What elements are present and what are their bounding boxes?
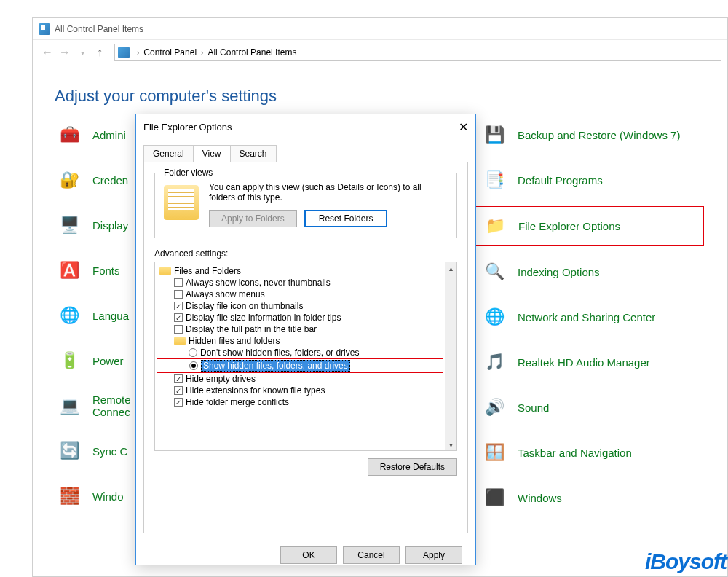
checkbox-icon — [174, 278, 183, 287]
tree-checkbox[interactable]: Display the full path in the title bar — [157, 323, 443, 335]
folder-icon — [159, 267, 171, 275]
window-title: All Control Panel Items — [55, 24, 143, 34]
back-button[interactable]: ← — [39, 44, 56, 61]
cp-item-label: Sync C — [92, 445, 127, 458]
cp-item-label: Creden — [92, 174, 128, 187]
up-button[interactable]: ↑ — [91, 44, 108, 61]
checkbox-icon — [174, 325, 183, 334]
cp-item-icon: 💾 — [480, 120, 509, 149]
control-panel-icon — [39, 23, 50, 35]
right-column: 💾Backup and Restore (Windows 7)📑Default … — [480, 120, 698, 512]
cp-item-icon: 🔍 — [480, 257, 509, 286]
address-bar[interactable]: › Control Panel › All Control Panel Item… — [114, 44, 721, 61]
cp-item-label: Windows — [518, 492, 562, 504]
cp-item-icon: ⬛ — [480, 483, 509, 512]
tree-folder-root: Files and Folders — [157, 265, 443, 277]
tree-list[interactable]: Files and Folders Always show icons, nev… — [155, 262, 445, 450]
cp-item[interactable]: 🌐Network and Sharing Center — [480, 302, 698, 331]
watermark: iBoysoft — [645, 549, 727, 574]
tree-checkbox[interactable]: ✓Display file size information in folder… — [157, 312, 443, 323]
cp-item-icon: 🌐 — [480, 302, 509, 331]
tab-view[interactable]: View — [193, 145, 231, 162]
cp-item[interactable]: 🔍Indexing Options — [480, 257, 698, 286]
advanced-settings-label: Advanced settings: — [154, 248, 457, 259]
tree-checkbox[interactable]: Always show menus — [157, 288, 443, 300]
checkbox-icon: ✓ — [174, 386, 183, 395]
cp-item-label: Windo — [92, 490, 124, 503]
tab-strip: General View Search — [136, 139, 475, 162]
cp-item-icon: 📑 — [480, 165, 509, 195]
cp-item[interactable]: 🎵Realtek HD Audio Manager — [480, 348, 698, 377]
checkbox-label: Display file size information in folder … — [186, 313, 341, 323]
restore-defaults-button[interactable]: Restore Defaults — [368, 458, 457, 476]
advanced-tree: Files and Folders Always show icons, nev… — [154, 262, 457, 451]
forward-button[interactable]: → — [56, 44, 74, 61]
radio-icon — [189, 361, 198, 370]
radio-label: Show hidden files, folders, and drives — [201, 360, 350, 372]
apply-button[interactable]: Apply — [405, 546, 462, 564]
cp-item-label: Indexing Options — [518, 266, 600, 278]
scroll-up-icon[interactable]: ▴ — [445, 262, 456, 274]
file-explorer-options-dialog: File Explorer Options ✕ General View Sea… — [135, 114, 476, 565]
dialog-title: File Explorer Options — [143, 122, 232, 133]
cp-item-icon: 🅰️ — [55, 256, 84, 285]
folder-views-desc: You can apply this view (such as Details… — [209, 182, 448, 227]
cp-item-label: File Explorer Options — [518, 220, 620, 232]
cp-item[interactable]: ⬛Windows — [480, 483, 698, 512]
folder-icon — [174, 337, 186, 345]
scrollbar[interactable]: ▴ ▾ — [445, 262, 456, 450]
cp-item-icon: 🔋 — [55, 346, 84, 375]
apply-to-folders-button[interactable]: Apply to Folders — [209, 210, 297, 227]
cp-item-icon: 🌐 — [55, 301, 84, 330]
hidden-group-label: Hidden files and folders — [189, 336, 280, 346]
recent-dropdown[interactable]: ▾ — [74, 44, 91, 61]
folder-icon — [164, 185, 199, 220]
breadcrumb-root[interactable]: Control Panel — [143, 47, 197, 58]
ok-button[interactable]: OK — [280, 546, 337, 564]
cp-item[interactable]: 💾Backup and Restore (Windows 7) — [480, 120, 698, 149]
cp-item-icon: 🧱 — [55, 482, 84, 511]
cp-item-label: Admini — [92, 129, 126, 141]
breadcrumb-current[interactable]: All Control Panel Items — [207, 47, 296, 58]
cp-item-label: Network and Sharing Center — [518, 311, 655, 323]
cp-item[interactable]: 🔊Sound — [480, 393, 698, 422]
reset-folders-button[interactable]: Reset Folders — [304, 210, 388, 227]
cp-item-icon: 💻 — [55, 391, 84, 420]
tree-folder-hidden: Hidden files and folders — [157, 335, 443, 347]
titlebar: All Control Panel Items — [33, 18, 727, 40]
cp-item[interactable]: 📑Default Programs — [480, 165, 698, 195]
checkbox-label: Hide empty drives — [186, 374, 256, 384]
cp-item-icon: 🔐 — [55, 165, 84, 195]
cp-item-icon: 🧰 — [55, 120, 84, 149]
close-icon[interactable]: ✕ — [459, 120, 468, 134]
tree-checkbox[interactable]: ✓Hide folder merge conflicts — [157, 396, 443, 408]
radio-show-hidden[interactable]: Show hidden files, folders, and drives — [157, 358, 443, 373]
tree-checkbox[interactable]: Always show icons, never thumbnails — [157, 277, 443, 288]
radio-icon — [189, 348, 197, 357]
scroll-down-icon[interactable]: ▾ — [445, 439, 456, 450]
chevron-right-icon: › — [201, 49, 203, 57]
checkbox-icon — [174, 290, 183, 299]
cp-item-label: Realtek HD Audio Manager — [518, 356, 650, 369]
cp-item[interactable]: 📁File Explorer Options — [474, 206, 704, 246]
cancel-button[interactable]: Cancel — [343, 546, 400, 564]
tree-checkbox[interactable]: ✓Display file icon on thumbnails — [157, 300, 443, 312]
tab-general[interactable]: General — [143, 145, 194, 162]
tree-checkbox[interactable]: ✓Hide extensions for known file types — [157, 385, 443, 396]
group-label: Folder views — [161, 168, 215, 178]
tab-search[interactable]: Search — [230, 145, 277, 162]
cp-item-label: Display — [92, 219, 128, 232]
checkbox-icon: ✓ — [174, 374, 183, 383]
cp-item-icon: 🔄 — [55, 436, 84, 466]
page-title: Adjust your computer's settings — [33, 65, 727, 113]
cp-item-icon: 🪟 — [480, 438, 509, 467]
cp-item[interactable]: 🪟Taskbar and Navigation — [480, 438, 698, 467]
tree-checkbox[interactable]: ✓Hide empty drives — [157, 373, 443, 385]
nav-row: ← → ▾ ↑ › Control Panel › All Control Pa… — [33, 40, 727, 65]
chevron-right-icon: › — [137, 49, 139, 57]
checkbox-label: Display the full path in the title bar — [186, 324, 317, 334]
tab-body: Folder views You can apply this view (su… — [143, 162, 468, 533]
radio-dont-show-hidden[interactable]: Don't show hidden files, folders, or dri… — [157, 347, 443, 358]
checkbox-label: Hide folder merge conflicts — [186, 397, 289, 407]
cp-item-icon: 🎵 — [480, 348, 509, 377]
